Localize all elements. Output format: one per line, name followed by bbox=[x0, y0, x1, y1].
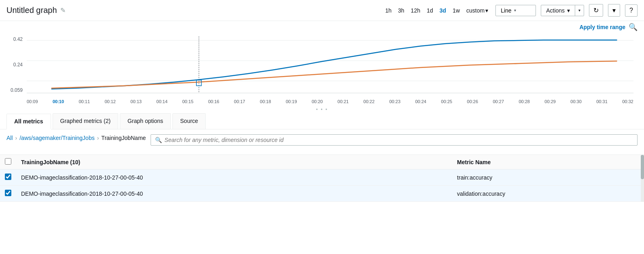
actions-dropdown-arrow[interactable]: ▾ bbox=[575, 6, 584, 15]
x-label-0: 00:09 bbox=[27, 99, 38, 104]
x-label-11: 00:20 bbox=[312, 99, 323, 104]
row-1-job-name: DEMO-imageclassification-2018-10-27-00-0… bbox=[16, 169, 452, 186]
select-all-checkbox[interactable] bbox=[5, 158, 11, 165]
time-range-buttons: 1h 3h 12h 1d 3d 1w custom ▾ bbox=[383, 6, 491, 15]
x-label-15: 00:24 bbox=[415, 99, 427, 104]
row-2-metric-name: validation:accuracy bbox=[452, 186, 644, 202]
breadcrumb-search-row: All › /aws/sagemaker/TrainingJobs › Trai… bbox=[6, 134, 638, 146]
x-label-2: 00:11 bbox=[79, 99, 90, 104]
table-header-row: TrainingJobName (10) Metric Name bbox=[0, 155, 644, 169]
x-label-18: 00:27 bbox=[493, 99, 504, 104]
x-label-14: 00:23 bbox=[389, 99, 401, 104]
x-label-19: 00:28 bbox=[519, 99, 530, 104]
x-label-23: 00:32 bbox=[622, 99, 633, 104]
search-icon: 🔍 bbox=[155, 137, 162, 143]
x-label-6: 00:15 bbox=[182, 99, 193, 104]
select-all-header bbox=[0, 155, 16, 169]
x-label-9: 00:18 bbox=[260, 99, 271, 104]
chart-wrapper: 0.42 0.24 0.059 00:09 00:10 00:11 00:12 … bbox=[6, 36, 638, 105]
table-row: DEMO-imageclassification-2018-10-27-00-0… bbox=[0, 169, 644, 186]
tab-graphed-metrics[interactable]: Graphed metrics (2) bbox=[53, 113, 118, 129]
x-label-4: 00:13 bbox=[130, 99, 142, 104]
chart-area: 0.42 0.24 0.059 00:09 00:10 00:11 00:12 … bbox=[0, 33, 644, 105]
search-input[interactable] bbox=[164, 137, 633, 143]
actions-main[interactable]: Actions ▾ bbox=[541, 5, 575, 16]
graph-title: Untitled graph bbox=[6, 6, 57, 15]
help-button[interactable]: ? bbox=[625, 4, 638, 17]
table-row: DEMO-imageclassification-2018-10-27-00-0… bbox=[0, 186, 644, 202]
x-label-17: 00:26 bbox=[467, 99, 478, 104]
apply-time-range-row: Apply time range 🔍 bbox=[0, 21, 644, 33]
refresh-icon: ↻ bbox=[593, 6, 599, 14]
time-btn-custom[interactable]: custom ▾ bbox=[464, 6, 491, 15]
tab-graph-options[interactable]: Graph options bbox=[120, 113, 171, 129]
x-label-16: 00:25 bbox=[441, 99, 453, 104]
search-bar[interactable]: 🔍 bbox=[151, 134, 638, 146]
tabs-row: All metrics Graphed metrics (2) Graph op… bbox=[0, 113, 644, 129]
y-label-bot: 0.059 bbox=[6, 87, 23, 93]
tab-all-metrics[interactable]: All metrics bbox=[6, 114, 51, 129]
breadcrumb-all[interactable]: All bbox=[6, 135, 13, 141]
y-label-mid: 0.24 bbox=[6, 62, 23, 68]
time-btn-1w[interactable]: 1w bbox=[450, 6, 462, 15]
table-area: TrainingJobName (10) Metric Name DEMO-im… bbox=[0, 155, 644, 202]
help-icon: ? bbox=[629, 7, 633, 14]
scrollbar[interactable] bbox=[641, 155, 644, 202]
header-bar: Untitled graph ✎ 1h 3h 12h 1d 3d 1w cust… bbox=[0, 0, 644, 21]
x-label-22: 00:31 bbox=[596, 99, 608, 104]
chart-type-chevron-icon: ▾ bbox=[514, 8, 516, 13]
x-label-20: 00:29 bbox=[544, 99, 556, 104]
row-1-metric-name: train:accuracy bbox=[452, 169, 644, 186]
tab-source[interactable]: Source bbox=[172, 113, 206, 129]
time-btn-3h[interactable]: 3h bbox=[395, 6, 407, 15]
breadcrumb: All › /aws/sagemaker/TrainingJobs › Trai… bbox=[6, 135, 146, 141]
refresh-dropdown-icon: ▾ bbox=[612, 6, 616, 14]
metrics-section: All › /aws/sagemaker/TrainingJobs › Trai… bbox=[0, 129, 644, 155]
row-2-checkbox-cell bbox=[0, 186, 16, 202]
y-label-top: 0.42 bbox=[6, 36, 23, 42]
chart-type-label: Line bbox=[501, 7, 511, 14]
apply-time-range-link[interactable]: Apply time range bbox=[579, 24, 625, 30]
x-label-12: 00:21 bbox=[338, 99, 349, 104]
x-label-1: 00:10 bbox=[53, 99, 64, 104]
row-1-checkbox-cell bbox=[0, 169, 16, 186]
resize-handle[interactable]: • • • bbox=[0, 105, 644, 113]
x-label-3: 00:12 bbox=[104, 99, 116, 104]
time-range-search-icon[interactable]: 🔍 bbox=[629, 23, 638, 32]
col-header-metric-name: Metric Name bbox=[452, 155, 644, 169]
x-label-10: 00:19 bbox=[286, 99, 297, 104]
custom-chevron-icon: ▾ bbox=[485, 7, 488, 14]
x-label-13: 00:22 bbox=[363, 99, 375, 104]
row-2-checkbox[interactable] bbox=[5, 190, 11, 196]
x-label-7: 00:16 bbox=[208, 99, 219, 104]
row-1-checkbox[interactable] bbox=[5, 174, 11, 180]
time-btn-1d[interactable]: 1d bbox=[424, 6, 436, 15]
scrollbar-thumb[interactable] bbox=[641, 155, 644, 179]
x-label-21: 00:30 bbox=[570, 99, 582, 104]
time-btn-12h[interactable]: 12h bbox=[408, 6, 423, 15]
breadcrumb-path1[interactable]: /aws/sagemaker/TrainingJobs bbox=[19, 135, 94, 141]
x-axis-labels: 00:09 00:10 00:11 00:12 00:13 00:14 00:1… bbox=[27, 98, 633, 104]
time-btn-3d[interactable]: 3d bbox=[437, 6, 448, 15]
breadcrumb-sep-1: › bbox=[15, 135, 17, 141]
refresh-dropdown-button[interactable]: ▾ bbox=[608, 4, 620, 17]
breadcrumb-sep-2: › bbox=[97, 135, 99, 141]
refresh-button[interactable]: ↻ bbox=[589, 4, 603, 17]
actions-button[interactable]: Actions ▾ ▾ bbox=[541, 5, 584, 16]
row-2-job-name: DEMO-imageclassification-2018-10-27-00-0… bbox=[16, 186, 452, 202]
time-btn-1h[interactable]: 1h bbox=[383, 6, 394, 15]
metrics-table: TrainingJobName (10) Metric Name DEMO-im… bbox=[0, 155, 644, 202]
col-header-job-name: TrainingJobName (10) bbox=[16, 155, 452, 169]
x-label-5: 00:14 bbox=[156, 99, 168, 104]
actions-chevron-icon: ▾ bbox=[567, 7, 570, 14]
chart-svg bbox=[27, 36, 633, 97]
actions-label: Actions bbox=[546, 7, 565, 14]
chart-type-select[interactable]: Line ▾ bbox=[495, 5, 536, 16]
edit-title-icon[interactable]: ✎ bbox=[60, 6, 66, 14]
graph-title-area: Untitled graph ✎ bbox=[6, 6, 378, 15]
x-label-8: 00:17 bbox=[234, 99, 245, 104]
breadcrumb-path2: TrainingJobName bbox=[101, 135, 146, 141]
y-axis-labels: 0.42 0.24 0.059 bbox=[6, 36, 25, 93]
